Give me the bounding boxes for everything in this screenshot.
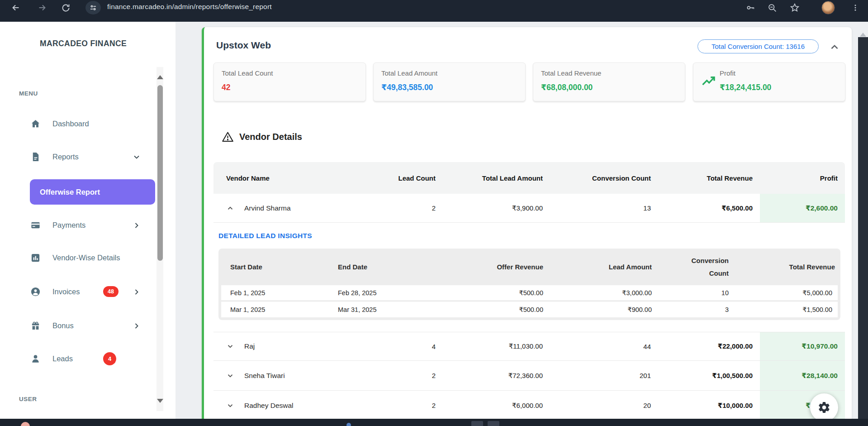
user-circle-icon <box>30 287 41 297</box>
chevron-up-icon <box>829 41 840 53</box>
forward-icon[interactable] <box>36 2 48 14</box>
sidebar-item-label: Payments <box>52 221 85 230</box>
column-header: Total Revenue <box>734 263 840 271</box>
sidebar-item-reports[interactable]: Reports <box>18 147 154 167</box>
stat-card-total-lead-amount: Total Lead Amount ₹49,83,585.00 <box>373 62 526 101</box>
column-header: Conversion Count <box>657 254 734 280</box>
end-date-cell: Mar 31, 2025 <box>327 306 445 313</box>
column-header: Lead Count <box>366 174 443 182</box>
lead-count-cell: 4 <box>366 343 443 350</box>
profit-cell: ₹28,140.00 <box>760 361 845 390</box>
profile-avatar[interactable] <box>821 1 835 14</box>
sidebar-item-invoices[interactable]: Invoices 48 <box>18 282 154 302</box>
sidebar-item-label: Bonus <box>52 321 74 330</box>
chevron-right-icon <box>132 287 141 297</box>
gift-icon <box>30 321 41 331</box>
insight-row: Mar 1, 2025 Mar 31, 2025 ₹500.00 ₹900.00… <box>221 302 838 317</box>
insights-title: DETAILED LEAD INSIGHTS <box>218 232 312 240</box>
password-key-icon[interactable] <box>745 2 756 14</box>
settings-fab-button[interactable] <box>810 393 838 421</box>
vendor-name: Radhey Deswal <box>244 402 294 410</box>
taskbar-app-icon[interactable] <box>21 422 30 426</box>
sidebar-scrollbar-thumb[interactable] <box>157 85 163 261</box>
end-date-cell: Feb 28, 2025 <box>327 289 445 297</box>
bookmark-star-icon[interactable] <box>789 2 801 14</box>
sidebar-scroll-up-arrow[interactable] <box>157 75 163 79</box>
start-date-cell: Mar 1, 2025 <box>221 306 327 313</box>
bar-chart-icon <box>30 253 41 263</box>
insights-table-header: Start Date End Date Offer Revenue Lead A… <box>218 249 840 285</box>
vendor-row-arvind-sharma[interactable]: Arvind Sharma 2 ₹3,900.00 13 ₹6,500.00 ₹… <box>213 194 845 223</box>
stat-label: Profit <box>720 69 735 77</box>
offer-revenue-cell: ₹500.00 <box>445 306 549 313</box>
taskbar-app-icon[interactable] <box>471 421 483 426</box>
start-date-cell: Feb 1, 2025 <box>221 289 327 297</box>
column-header: Start Date <box>218 263 327 271</box>
insights-panel: Start Date End Date Offer Revenue Lead A… <box>218 249 840 320</box>
chevron-right-icon <box>132 221 141 230</box>
lead-count-cell: 2 <box>366 372 443 379</box>
profit-cell: ₹10,970.00 <box>760 332 845 360</box>
vendor-name: Sneha Tiwari <box>244 372 285 380</box>
sidebar-item-label: Reports <box>52 153 79 161</box>
home-icon <box>30 119 41 129</box>
page-background: MARCADEO FINANCE MENU Dashboard Reports … <box>0 22 868 426</box>
lead-amount-cell: ₹900.00 <box>549 306 657 313</box>
total-revenue-cell: ₹22,000.00 <box>658 342 760 350</box>
vendor-row-radhey-deswal[interactable]: Radhey Deswal 2 ₹6,000.00 20 ₹10,000.00 … <box>213 391 845 421</box>
back-icon[interactable] <box>10 2 22 14</box>
lead-amount-cell: ₹3,000.00 <box>549 289 657 297</box>
chevron-right-icon <box>132 321 141 330</box>
column-header: Total Lead Amount <box>443 174 550 182</box>
sidebar-item-dashboard[interactable]: Dashboard <box>18 114 154 134</box>
reload-icon[interactable] <box>60 2 71 14</box>
sidebar-item-payments[interactable]: Payments <box>18 215 154 235</box>
total-revenue-cell: ₹10,000.00 <box>658 402 760 410</box>
site-settings-icon[interactable] <box>85 1 101 14</box>
taskbar-app-icon[interactable] <box>488 421 499 426</box>
vendor-row-sneha-tiwari[interactable]: Sneha Tiwari 2 ₹72,360.00 201 ₹1,00,500.… <box>213 361 845 391</box>
sidebar-scroll-down-arrow[interactable] <box>157 399 163 403</box>
stat-value: ₹68,08,000.00 <box>541 83 593 92</box>
sidebar-item-vendor-wise-details[interactable]: Vendor-Wise Details <box>18 248 154 268</box>
vendor-row-raj[interactable]: Raj 4 ₹11,030.00 44 ₹22,000.00 ₹10,970.0… <box>213 332 845 361</box>
column-header: Profit <box>760 174 845 182</box>
sidebar-item-leads[interactable]: Leads 4 <box>18 349 154 369</box>
lead-count-cell: 2 <box>366 402 443 409</box>
sidebar-item-bonus[interactable]: Bonus <box>18 316 154 335</box>
stat-value: ₹18,24,415.00 <box>720 83 771 92</box>
user-section-label: USER <box>19 396 37 402</box>
chevron-down-icon[interactable] <box>226 402 234 410</box>
menu-section-label: MENU <box>19 90 38 97</box>
screen: finance.marcadeo.in/admin/reports/offerw… <box>0 0 868 426</box>
total-revenue-cell: ₹6,500.00 <box>658 204 760 212</box>
zoom-out-icon[interactable] <box>766 2 778 14</box>
invoices-count-badge: 48 <box>103 286 119 297</box>
taskbar-app-icon[interactable] <box>346 423 351 426</box>
offer-revenue-cell: ₹500.00 <box>445 289 549 297</box>
stat-value: 42 <box>222 83 230 92</box>
conversion-count-cell: 44 <box>550 343 658 350</box>
chevron-down-icon[interactable] <box>226 342 234 350</box>
vendor-name: Arvind Sharma <box>244 204 291 212</box>
stat-value: ₹49,83,585.00 <box>381 83 433 92</box>
total-revenue-cell: ₹1,00,500.00 <box>658 372 760 380</box>
total-revenue-cell: ₹5,000.00 <box>734 289 838 297</box>
chevron-down-icon[interactable] <box>226 372 234 380</box>
chevron-up-icon[interactable] <box>226 204 234 212</box>
section-title: Vendor Details <box>239 132 302 142</box>
collapse-section-button[interactable] <box>829 41 840 53</box>
gear-icon <box>817 401 831 414</box>
total-revenue-cell: ₹1,500.00 <box>734 306 838 313</box>
conversion-count-cell: 201 <box>550 372 658 379</box>
address-bar[interactable]: finance.marcadeo.in/admin/reports/offerw… <box>107 3 272 11</box>
page-scroll-up-arrow[interactable] <box>860 33 866 37</box>
app-title: MARCADEO FINANCE <box>40 39 127 48</box>
sidebar-item-label: Leads <box>52 354 73 363</box>
sidebar-item-offerwise-report[interactable]: Offerwise Report <box>30 179 155 205</box>
credit-card-icon <box>30 220 41 230</box>
column-header: Offer Revenue <box>445 263 549 271</box>
page-scrollbar-track[interactable] <box>858 37 868 426</box>
leads-count-badge: 4 <box>103 352 116 365</box>
browser-menu-icon[interactable] <box>849 2 861 14</box>
